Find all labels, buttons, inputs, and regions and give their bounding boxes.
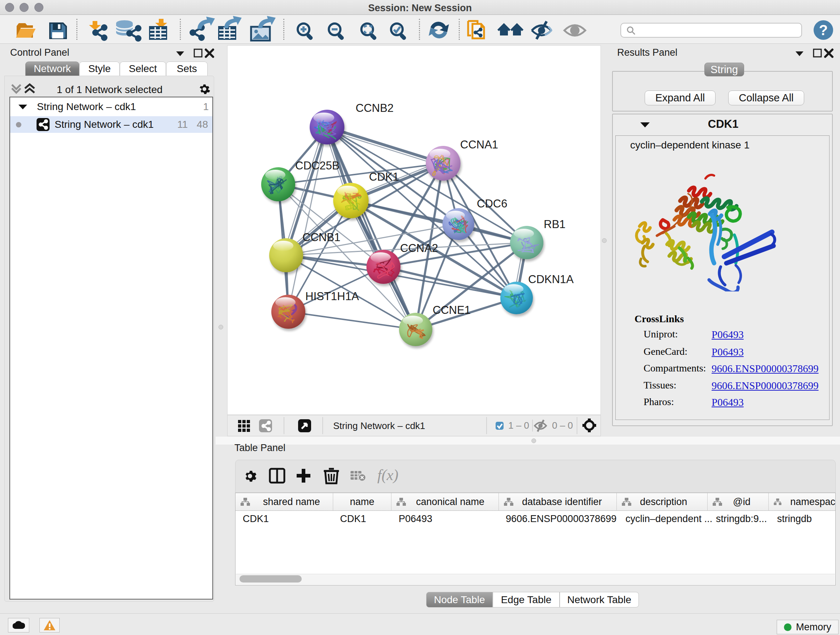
svg-text:CCNA1: CCNA1 bbox=[460, 138, 498, 151]
svg-text:CDKN1A: CDKN1A bbox=[528, 273, 574, 286]
svg-text:HIST1H1A: HIST1H1A bbox=[305, 290, 359, 302]
svg-text:f(x): f(x) bbox=[377, 467, 398, 484]
svg-text:0 – 0: 0 – 0 bbox=[552, 420, 573, 431]
svg-text:1 – 0: 1 – 0 bbox=[508, 420, 529, 431]
svg-text:CCNA2: CCNA2 bbox=[400, 242, 438, 255]
svg-text:CDC25B: CDC25B bbox=[295, 159, 339, 172]
svg-text:RB1: RB1 bbox=[544, 218, 565, 231]
svg-text:CCNB2: CCNB2 bbox=[355, 102, 393, 114]
svg-text:?: ? bbox=[819, 22, 828, 38]
svg-text:CDC6: CDC6 bbox=[477, 197, 507, 210]
svg-text:CDK1: CDK1 bbox=[369, 171, 399, 183]
svg-text:CCNB1: CCNB1 bbox=[302, 231, 340, 244]
svg-text:String Network – cdk1: String Network – cdk1 bbox=[333, 420, 425, 431]
svg-text:CCNE1: CCNE1 bbox=[433, 304, 471, 317]
